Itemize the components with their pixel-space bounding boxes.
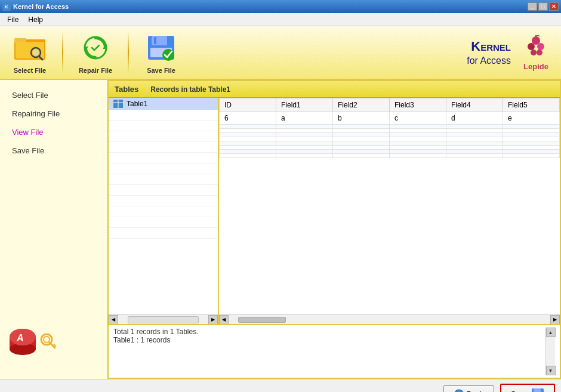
svg-point-17 <box>528 43 535 50</box>
empty-row <box>109 121 218 131</box>
toolbar-divider-1 <box>62 32 63 73</box>
svg-line-30 <box>53 344 55 346</box>
back-icon <box>454 389 464 393</box>
title-bar-controls: _ □ ✕ <box>528 2 559 11</box>
svg-text:K: K <box>5 4 8 10</box>
col-id: ID <box>220 98 276 112</box>
svg-point-7 <box>33 50 39 55</box>
svg-point-20 <box>537 50 542 55</box>
footer-save-label: Save <box>511 390 529 392</box>
current-table-name: Table1 <box>208 85 230 94</box>
cell-field2: b <box>333 112 390 125</box>
back-button[interactable]: Back <box>443 385 494 393</box>
log-area: Total 1 records in 1 Tables. Table1 : 1 … <box>109 324 560 378</box>
svg-rect-38 <box>534 388 541 393</box>
table-icon <box>113 100 123 108</box>
tables-h-scrollbar[interactable]: ◀ ▶ <box>109 314 218 324</box>
lepide-logo-icon <box>523 35 549 61</box>
table-row-empty <box>220 146 560 150</box>
col-field2: Field2 <box>333 98 390 112</box>
title-bar-icon: K <box>2 2 11 11</box>
content-area: Table1 ◀ <box>109 98 560 324</box>
svg-point-18 <box>537 43 544 50</box>
title-bar-title: Kernel for Access <box>13 3 69 10</box>
cell-id: 6 <box>220 112 276 125</box>
empty-row <box>109 185 218 196</box>
sidebar: Select File Repairing File View File Sav… <box>0 80 107 379</box>
scrollbar-track[interactable] <box>128 316 199 323</box>
access-logo-area: A <box>6 326 60 359</box>
log-line-1: Total 1 records in 1 Tables. <box>113 328 545 336</box>
empty-row <box>109 131 218 142</box>
svg-rect-14 <box>154 37 156 44</box>
col-field4: Field4 <box>446 98 503 112</box>
svg-rect-12 <box>152 36 167 45</box>
menu-file[interactable]: File <box>2 14 23 25</box>
table-row-empty <box>220 154 560 158</box>
table-item-label: Table1 <box>127 100 147 108</box>
select-file-label: Select File <box>14 67 46 74</box>
svg-line-31 <box>54 345 56 347</box>
main-content: Select File Repairing File View File Sav… <box>0 80 561 379</box>
cell-field5: e <box>503 112 560 125</box>
sidebar-item-repairing-file[interactable]: Repairing File <box>0 104 107 123</box>
log-text: Total 1 records in 1 Tables. Table1 : 1 … <box>113 328 545 375</box>
menu-help[interactable]: Help <box>23 14 48 25</box>
scroll-left-arrow[interactable]: ◀ <box>109 315 118 325</box>
access-logo-icon: A <box>6 326 60 357</box>
save-icon <box>146 33 177 62</box>
svg-point-35 <box>454 390 464 393</box>
svg-point-19 <box>531 50 537 55</box>
save-file-label: Save File <box>147 67 175 74</box>
sidebar-item-select-file[interactable]: Select File <box>0 86 107 104</box>
table-item-table1[interactable]: Table1 <box>109 98 218 110</box>
footer-save-button[interactable]: Save <box>500 384 555 393</box>
table-row-empty <box>220 125 560 129</box>
table-row-empty <box>220 137 560 141</box>
table-row[interactable]: 6 a b c d e <box>220 112 560 125</box>
col-field5: Field5 <box>503 98 560 112</box>
menu-bar: File Help <box>0 13 561 26</box>
log-line-2: Table1 : 1 records <box>113 336 545 344</box>
footer: d:\manisha\everything by aftab\database1… <box>0 379 561 392</box>
brand-foraccess: for Access <box>467 55 511 66</box>
repair-file-icon <box>79 31 112 64</box>
save-file-button[interactable]: Save File <box>137 31 185 74</box>
repair-file-label: Repair File <box>79 67 112 74</box>
maximize-button[interactable]: □ <box>538 2 548 11</box>
log-scrollbar[interactable]: ▲ ▼ <box>545 328 555 375</box>
back-label: Back <box>467 390 484 392</box>
table-row-empty <box>220 141 560 146</box>
close-button[interactable]: ✕ <box>549 2 559 11</box>
sidebar-item-save-file[interactable]: Save File <box>0 141 107 160</box>
select-file-button[interactable]: Select File <box>6 31 54 74</box>
records-scroll-right[interactable]: ▶ <box>550 315 560 325</box>
cell-field4: d <box>446 112 503 125</box>
lepide-label: Lepide <box>523 62 548 71</box>
table-row-empty <box>220 129 560 133</box>
table-row-empty <box>220 133 560 137</box>
title-bar-left: K Kernel for Access <box>2 2 69 11</box>
right-panel: Tables Records in table Table1 Table1 <box>107 80 561 379</box>
log-scroll-down[interactable]: ▼ <box>546 366 556 375</box>
scrollbar-thumb[interactable] <box>238 317 286 323</box>
lepide-logo: Lepide <box>523 35 549 71</box>
title-bar: K Kernel for Access _ □ ✕ <box>0 0 561 13</box>
records-h-scrollbar[interactable]: ◀ ▶ <box>219 314 560 324</box>
brand-kernel: Kernel <box>467 39 511 54</box>
tables-list-scroll[interactable]: Table1 <box>109 98 218 314</box>
sidebar-item-view-file[interactable]: View File <box>0 123 107 141</box>
grid-table-wrapper[interactable]: ID Field1 Field2 Field3 Field4 Field5 6 <box>219 98 560 314</box>
records-scroll-left[interactable]: ◀ <box>219 315 229 325</box>
log-scroll-up[interactable]: ▲ <box>546 328 556 337</box>
scroll-right-arrow[interactable]: ▶ <box>208 315 218 325</box>
minimize-button[interactable]: _ <box>528 2 537 11</box>
empty-row <box>109 163 218 174</box>
footer-save-icon <box>531 388 544 393</box>
folder-icon <box>14 35 45 61</box>
table-row-empty <box>220 150 560 154</box>
records-table: ID Field1 Field2 Field3 Field4 Field5 6 <box>219 98 560 158</box>
repair-file-button[interactable]: Repair File <box>72 31 119 74</box>
svg-point-28 <box>44 337 50 342</box>
empty-row <box>109 228 218 239</box>
